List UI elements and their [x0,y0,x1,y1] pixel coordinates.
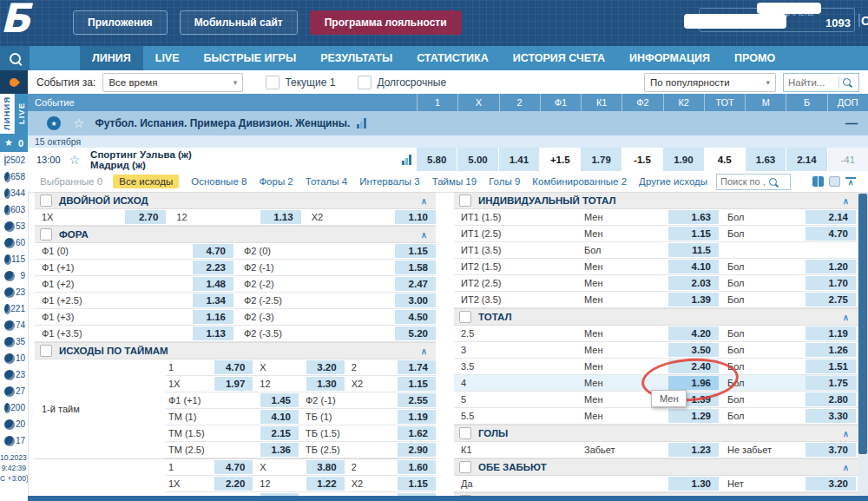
market-tab-6[interactable]: Интервалы 3 [359,176,420,187]
match-odds-cell[interactable]: +1.5 [540,148,580,171]
section-checkbox[interactable] [459,311,471,323]
sidebar-sport-item[interactable]: 27 [0,383,28,399]
one-column-view-icon[interactable] [829,176,840,187]
tab-line-vertical[interactable]: ЛИНИЯ [0,94,15,134]
sidebar-sport-item[interactable]: 221 [0,300,28,317]
sidebar-sport-item[interactable]: 115 [0,251,28,267]
section-checkbox[interactable] [459,194,471,207]
collapse-chevron-icon[interactable]: ∧ [421,196,427,206]
header-button-2[interactable]: Мобильный сайт [180,10,298,35]
sidebar-sport-item[interactable]: 9 [0,267,28,284]
match-odds-cell[interactable]: -1.5 [622,148,662,171]
match-odds-cell[interactable]: 4.5 [705,148,745,171]
odds-value[interactable]: 1.29 [668,409,719,423]
match-odds-cell[interactable]: 5.80 [417,148,457,171]
nav-item-8[interactable]: ПРОМО [722,46,787,70]
match-odds-cell[interactable]: 1.79 [581,148,621,171]
odds-value[interactable]: 1.62 [398,426,436,440]
match-odds-cell[interactable]: 2.14 [786,148,826,171]
site-logo[interactable]: Б [0,0,30,42]
nav-item-7[interactable]: ИНФОРМАЦИЯ [617,46,722,70]
odds-value[interactable]: 1.60 [398,460,436,474]
current-checkbox-row[interactable]: Текущие 1 [266,76,335,89]
vertical-scrollbar[interactable] [858,192,868,501]
odds-value[interactable]: 1.30 [668,477,719,491]
collapse-chevron-icon[interactable]: ∧ [843,463,849,472]
odds-value[interactable]: 1.58 [395,260,436,274]
odds-value[interactable]: 1.22 [306,477,345,491]
odds-value[interactable]: 4.70 [806,227,856,241]
odds-value[interactable]: 1.15 [398,377,436,391]
sidebar-sport-item[interactable]: 35 [0,333,28,350]
stats-bars-icon[interactable] [402,155,411,165]
odds-value[interactable]: 2.55 [398,393,436,407]
odds-value[interactable]: 1.15 [668,227,719,241]
collapse-chevron-icon[interactable]: ∧ [843,429,849,438]
odds-value[interactable]: 1.19 [806,326,856,340]
market-tab-2[interactable]: Все исходы [113,175,179,188]
odds-value[interactable]: 1.34 [193,293,233,307]
favorites-row[interactable]: ★ 0 [0,134,28,152]
odds-value[interactable]: 1.45 [260,393,299,407]
match-odds-cell[interactable]: 5.00 [457,148,497,171]
header-button-3[interactable]: Программа лояльности [310,10,462,35]
odds-value[interactable]: 1.15 [398,477,436,491]
odds-value[interactable]: 1.96 [668,376,719,390]
odds-value[interactable]: 2.90 [398,443,436,457]
longterm-checkbox-row[interactable]: Долгосрочные [358,76,446,89]
section-checkbox[interactable] [40,228,52,241]
market-search-input[interactable] [717,176,769,187]
odds-value[interactable]: 3.70 [806,443,856,457]
collapse-league-button[interactable]: — [845,116,858,130]
sidebar-sport-item[interactable]: 2502 [0,152,28,168]
account-panel[interactable]: Номер счета: 1093 [699,8,855,32]
odds-value[interactable]: 1.13 [193,326,233,340]
odds-value[interactable]: 5.20 [395,326,436,340]
odds-value[interactable]: 2.40 [668,359,719,373]
odds-value[interactable]: 1.16 [193,310,233,324]
odds-value[interactable]: 3.30 [806,409,856,423]
match-odds-cell[interactable]: 1.90 [663,148,703,171]
section-checkbox[interactable] [459,461,471,473]
favorite-star-icon[interactable]: ☆ [73,115,84,131]
nav-item-6[interactable]: ИСТОРИЯ СЧЕТА [501,46,617,70]
odds-value[interactable]: 4.50 [395,310,436,324]
odds-value[interactable]: 1.36 [260,443,299,457]
scrollbar-thumb[interactable] [858,194,867,454]
odds-value[interactable]: 1.30 [306,377,345,391]
sidebar-sport-item[interactable]: 53 [0,218,28,234]
odds-value[interactable]: 3.50 [668,343,719,357]
search-icon[interactable] [769,178,777,186]
market-tab-7[interactable]: Таймы 19 [432,176,477,187]
odds-value[interactable]: 1.51 [806,359,856,373]
odds-value[interactable]: 3.00 [395,293,436,307]
odds-value[interactable]: 4.10 [668,260,719,274]
odds-value[interactable]: 1.26 [806,343,856,357]
odds-value[interactable]: 1.20 [806,260,856,274]
sidebar-sport-item[interactable]: 658 [0,168,28,185]
market-tab-10[interactable]: Другие исходы [639,176,707,187]
find-search-box[interactable] [783,73,859,92]
odds-value[interactable]: 1.75 [806,376,856,390]
league-header[interactable]: ★ ☆ Футбол. Испания. Примера Дивизион. Ж… [28,111,868,135]
odds-value[interactable]: 3.20 [306,360,345,374]
nav-item-3[interactable]: БЫСТРЫЕ ИГРЫ [192,46,309,70]
sort-select[interactable]: По популярности ▾ [644,73,776,92]
odds-value[interactable]: 1.15 [395,244,436,258]
checkbox-icon[interactable] [266,76,279,89]
odds-value[interactable]: 2.70 [125,210,166,224]
section-checkbox[interactable] [40,194,52,207]
market-tab-8[interactable]: Голы 9 [489,176,520,187]
odds-value[interactable]: 1.39 [668,293,719,307]
sidebar-sport-item[interactable]: 603 [0,201,28,218]
search-icon[interactable] [843,78,851,86]
market-search-box[interactable] [716,174,791,190]
odds-value[interactable]: 2.80 [806,392,856,406]
odds-value[interactable]: 1.48 [193,277,233,291]
odds-value[interactable]: 3.20 [806,477,856,491]
sidebar-sport-item[interactable]: 200 [0,399,28,416]
odds-value[interactable]: 4.10 [260,410,299,424]
find-search-input[interactable] [784,77,838,88]
collapse-chevron-icon[interactable]: ∧ [843,313,849,322]
odds-value[interactable]: 2.03 [668,276,719,290]
